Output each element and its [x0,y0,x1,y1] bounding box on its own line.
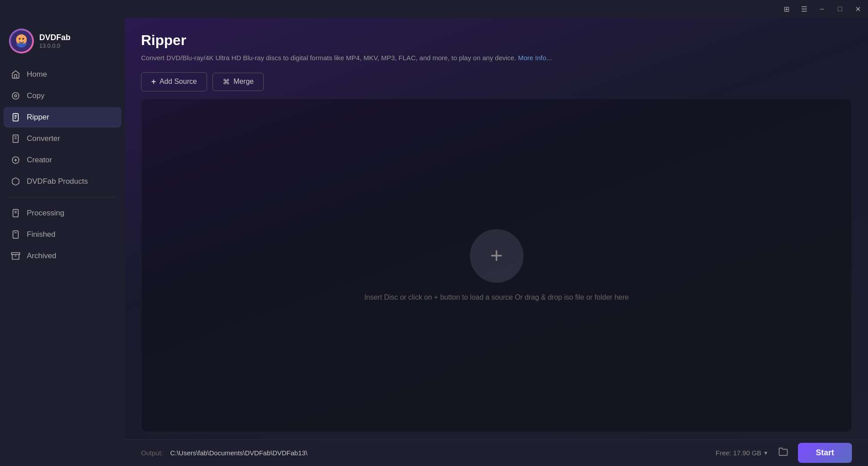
browse-folder-button[interactable] [776,445,791,461]
add-source-button[interactable]: + Add Source [141,72,207,91]
title-bar: ⊞ ☰ – □ ✕ [0,0,868,18]
sidebar-item-ripper-label: Ripper [27,113,49,122]
svg-rect-19 [13,231,18,239]
start-button[interactable]: Start [798,443,852,463]
drop-hint-text: Insert Disc or click on + button to load… [364,293,629,301]
avatar [9,29,34,54]
creator-icon [11,155,21,165]
home-icon [11,70,21,79]
sidebar-item-copy[interactable]: Copy [4,86,121,106]
merge-button[interactable]: ⌘ Merge [212,73,264,91]
content-area: Ripper Convert DVD/Blu-ray/4K Ultra HD B… [125,18,868,466]
svg-point-5 [15,95,17,97]
processing-icon [11,208,21,218]
copy-icon [11,91,21,101]
sidebar-item-copy-label: Copy [27,91,45,100]
sidebar-item-home[interactable]: Home [4,64,121,85]
finished-icon [11,230,21,239]
menu-button[interactable]: ☰ [799,4,809,14]
sidebar-item-dvdfab-products-label: DVDFab Products [27,177,88,186]
content-header: Ripper Convert DVD/Blu-ray/4K Ultra HD B… [125,18,868,72]
converter-icon [11,134,21,144]
archived-icon [11,251,21,261]
free-space-chevron-icon: ▼ [763,450,768,456]
grid-button[interactable]: ⊞ [781,4,791,14]
sidebar-item-finished[interactable]: Finished [4,224,121,245]
output-label: Output: [141,449,163,457]
output-path: C:\Users\fab\Documents\DVDFab\DVDFab13\ [170,449,708,457]
secondary-nav: Processing Finished [0,203,125,266]
drop-zone[interactable]: + Insert Disc or click on + button to lo… [141,99,852,433]
close-button[interactable]: ✕ [853,4,863,14]
svg-point-4 [12,93,19,99]
sidebar-item-dvdfab-products[interactable]: DVDFab Products [4,171,121,192]
main-nav: Home Copy [0,64,125,192]
svg-point-2 [19,38,21,40]
merge-icon: ⌘ [223,78,230,86]
minimize-button[interactable]: – [817,4,827,14]
svg-point-3 [22,38,24,40]
plus-icon: + [151,77,156,87]
add-circle-button[interactable]: + [470,229,523,283]
toolbar: + Add Source ⌘ Merge [125,72,868,99]
sidebar-item-ripper[interactable]: Ripper [4,107,121,128]
maximize-button[interactable]: □ [835,4,845,14]
sidebar-item-finished-label: Finished [27,230,55,239]
page-description: Convert DVD/Blu-ray/4K Ultra HD Blu-ray … [141,53,852,63]
sidebar-divider [9,197,116,198]
sidebar-item-archived[interactable]: Archived [4,246,121,266]
free-space: Free: 17.90 GB ▼ [716,449,768,457]
sidebar-item-archived-label: Archived [27,252,56,260]
sidebar-item-converter[interactable]: Converter [4,128,121,149]
sidebar-item-creator-label: Creator [27,156,52,165]
ripper-icon [11,112,21,122]
app-logo: DVDFab 13.0.0.0 [0,25,125,64]
sidebar-item-processing[interactable]: Processing [4,203,121,223]
folder-icon [778,447,788,459]
footer-bar: Output: C:\Users\fab\Documents\DVDFab\DV… [125,439,868,466]
dvdfab-products-icon [11,177,21,186]
sidebar-item-processing-label: Processing [27,209,64,218]
more-info-link[interactable]: More Info... [518,54,552,62]
app-body: DVDFab 13.0.0.0 Home [0,18,868,466]
page-title: Ripper [141,32,852,49]
sidebar-item-creator[interactable]: Creator [4,150,121,170]
sidebar-item-converter-label: Converter [27,134,60,143]
app-version: 13.0.0.0 [39,42,71,49]
sidebar-item-home-label: Home [27,70,47,79]
app-name: DVDFab [39,33,71,42]
sidebar: DVDFab 13.0.0.0 Home [0,18,125,466]
logo-text: DVDFab 13.0.0.0 [39,33,71,49]
add-circle-plus-icon: + [490,245,503,266]
